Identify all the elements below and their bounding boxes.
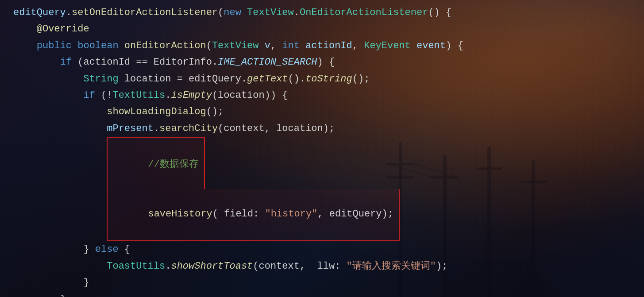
token: searchCity (159, 120, 218, 137)
token: (); (352, 71, 370, 87)
token: (); (206, 104, 224, 120)
indent (13, 189, 107, 205)
highlighted-region-bottom: saveHistory( field: "history", editQuery… (107, 189, 400, 241)
token: KeyEvent (364, 38, 416, 54)
code-line-4: if (actionId == EditorInfo.IME_ACTION_SE… (13, 54, 631, 70)
token: showShortToast (171, 258, 253, 274)
code-container: editQuery.setOnEditorActionListener(new … (0, 0, 644, 297)
token: showLoadingDialog (107, 104, 206, 120)
code-line-12: ToastUtils.showShortToast(context, llw: … (13, 258, 631, 274)
token: OnEditorActionListener (300, 4, 428, 21)
token: ); (436, 258, 447, 274)
token: new (224, 4, 247, 21)
token: TextView (247, 4, 294, 21)
token: public (37, 38, 77, 54)
code-line-8: mPresent.searchCity(context, location); (13, 120, 631, 137)
token: ) { (446, 38, 463, 54)
token: isEmpty (171, 87, 212, 104)
token: , (352, 38, 364, 54)
token: toString (305, 71, 352, 87)
token: saveHistory (148, 208, 212, 220)
indent (13, 104, 107, 120)
token: "请输入搜索关键词" (347, 258, 436, 274)
indent (13, 139, 107, 156)
token: } (83, 274, 89, 291)
token: if (60, 54, 78, 70)
token: TextUtils (112, 87, 165, 104)
token: } (60, 291, 66, 297)
token: @Override (37, 21, 89, 37)
indent (13, 71, 83, 87)
code-line-11: } else { (13, 241, 631, 258)
token: actionId (305, 38, 352, 54)
token: ( (206, 38, 212, 54)
token: (location)) { (212, 87, 288, 104)
token: event (416, 38, 446, 54)
token: (context, llw: (253, 258, 346, 274)
indent (13, 241, 83, 258)
token: else (95, 241, 124, 258)
code-line-7: showLoadingDialog(); (13, 104, 631, 120)
code-line-1: editQuery.setOnEditorActionListener(new … (13, 4, 631, 21)
token: if (83, 87, 101, 104)
indent (13, 38, 37, 54)
token: } (83, 241, 95, 258)
code-line-2: @Override (13, 21, 631, 37)
token: ( field: (212, 208, 265, 220)
code-line-3: public boolean onEditorAction(TextView v… (13, 38, 631, 54)
token: . (294, 4, 300, 21)
token: location = editQuery. (124, 71, 247, 87)
indent (13, 54, 60, 70)
code-line-10-highlighted: saveHistory( field: "history", editQuery… (13, 189, 631, 241)
highlighted-region: //数据保存 (107, 137, 205, 189)
token: (! (101, 87, 112, 104)
token: ) { (317, 54, 335, 70)
token: (actionId == EditorInfo. (77, 54, 218, 70)
token: . (154, 120, 159, 137)
token: getText (247, 71, 288, 87)
token: setOnEditorActionListener (72, 4, 218, 21)
token: TextView (212, 38, 265, 54)
token: . (165, 87, 171, 104)
indent (13, 291, 60, 297)
token: ToastUtils (107, 258, 165, 274)
code-line-6: if (!TextUtils.isEmpty(location)) { (13, 87, 631, 104)
token: onEditorAction (124, 38, 206, 54)
token: ( (218, 4, 224, 21)
code-line-9-highlighted: //数据保存 (13, 137, 631, 189)
token: . (165, 258, 171, 274)
token: . (66, 4, 72, 21)
token: IME_ACTION_SEARCH (218, 54, 317, 70)
token: () { (428, 4, 451, 21)
token: , (270, 38, 282, 54)
indent (13, 87, 83, 104)
token: //数据保存 (148, 159, 198, 170)
token: , editQuery); (317, 208, 393, 220)
token: (context, location); (218, 120, 335, 137)
token: int (282, 38, 305, 54)
indent (13, 120, 107, 137)
indent (13, 21, 37, 37)
token: boolean (77, 38, 124, 54)
token: (). (288, 71, 306, 87)
token: "history" (265, 208, 318, 220)
token: { (124, 241, 130, 258)
token: editQuery (13, 4, 66, 21)
token: mPresent (107, 120, 154, 137)
indent (13, 274, 83, 291)
token: String (83, 71, 124, 87)
code-line-13: } (13, 274, 631, 291)
code-line-14: } (13, 291, 631, 297)
indent (13, 258, 107, 274)
code-line-5: String location = editQuery.getText().to… (13, 71, 631, 87)
token: v (265, 38, 270, 54)
